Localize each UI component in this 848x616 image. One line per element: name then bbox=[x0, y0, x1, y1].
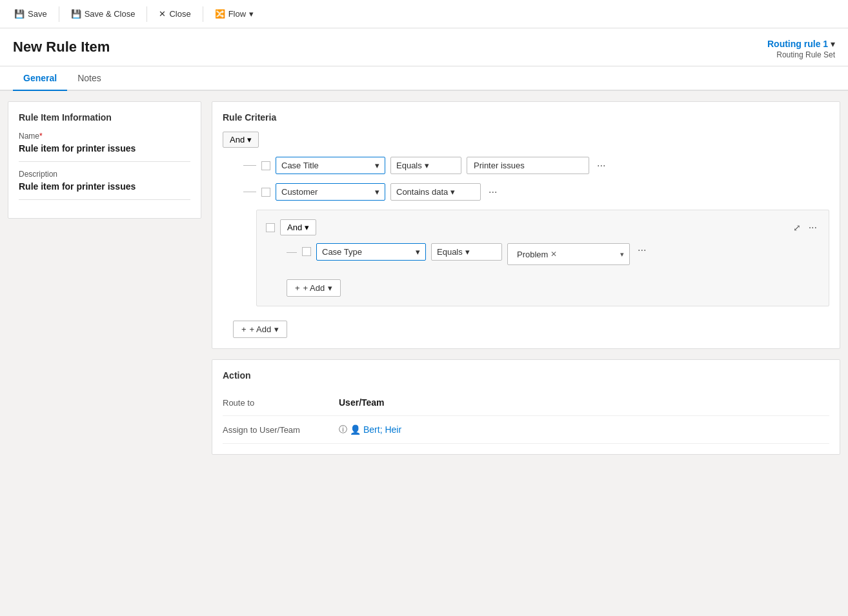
save-icon: 💾 bbox=[14, 9, 25, 19]
rule-info-card: Rule Item Information Name* Rule item fo… bbox=[8, 101, 201, 219]
save-close-button[interactable]: 💾 Save & Close bbox=[65, 6, 142, 22]
nested-group: And ▾ ⤢ ··· bbox=[256, 210, 829, 306]
outer-add-chevron-icon: ▾ bbox=[274, 324, 279, 334]
user-icon: 👤 bbox=[350, 424, 361, 435]
tag-chevron-icon[interactable]: ▾ bbox=[620, 250, 624, 259]
nested-and-label: And bbox=[287, 223, 302, 232]
route-to-row: Route to User/Team bbox=[223, 390, 829, 416]
case-type-value-input[interactable]: Problem ✕ ▾ bbox=[507, 243, 630, 265]
required-star: * bbox=[39, 132, 43, 141]
equals-operator-1[interactable]: Equals ▾ bbox=[390, 157, 461, 174]
page-title: New Rule Item bbox=[13, 39, 110, 55]
equals-operator-2[interactable]: Equals ▾ bbox=[431, 243, 502, 261]
nested-add-icon: + bbox=[295, 283, 300, 293]
nested-group-checkbox[interactable] bbox=[266, 223, 275, 232]
row1-more-button[interactable]: ··· bbox=[594, 159, 608, 173]
nested-group-more-button[interactable]: ··· bbox=[806, 221, 820, 235]
close-button[interactable]: ✕ Close bbox=[152, 6, 197, 22]
description-field-label: Description bbox=[19, 170, 190, 179]
description-divider bbox=[19, 199, 190, 200]
equals-chevron-icon-1: ▾ bbox=[425, 161, 429, 170]
left-panel: Rule Item Information Name* Rule item fo… bbox=[8, 101, 201, 468]
name-field-label: Name* bbox=[19, 132, 190, 141]
assign-to-row: Assign to User/Team ⓘ 👤 Bert; Heir bbox=[223, 416, 829, 444]
h-connector-1 bbox=[243, 165, 256, 166]
criteria-container: Case Title ▾ Equals ▾ ··· Customer bbox=[223, 157, 829, 338]
divider-2 bbox=[146, 6, 147, 22]
route-to-value: User/Team bbox=[339, 397, 385, 408]
printer-issues-input[interactable] bbox=[467, 157, 589, 174]
info-card-title: Rule Item Information bbox=[19, 112, 190, 123]
row2-more-button[interactable]: ··· bbox=[486, 185, 500, 199]
page-header: New Rule Item Routing rule 1 ▾ Routing R… bbox=[0, 28, 848, 66]
outer-add-icon: + bbox=[241, 324, 247, 334]
case-title-select[interactable]: Case Title ▾ bbox=[276, 157, 385, 174]
flow-button[interactable]: 🔀 Flow ▾ bbox=[208, 6, 260, 22]
and-label: And bbox=[230, 135, 245, 144]
case-type-checkbox[interactable] bbox=[302, 247, 311, 256]
collapse-icon[interactable]: ⤢ bbox=[793, 223, 801, 233]
nested-add-chevron-icon: ▾ bbox=[328, 283, 332, 293]
tab-general[interactable]: General bbox=[13, 66, 67, 91]
problem-tag: Problem ✕ bbox=[513, 248, 561, 261]
outer-add-container: + + Add ▾ bbox=[233, 315, 829, 338]
save-button[interactable]: 💾 Save bbox=[8, 6, 54, 22]
contains-data-operator[interactable]: Contains data ▾ bbox=[390, 183, 481, 201]
flow-chevron-icon: ▾ bbox=[249, 9, 254, 19]
and-chevron-icon: ▾ bbox=[247, 135, 252, 144]
close-label: Close bbox=[169, 9, 190, 19]
case-type-chevron-icon: ▾ bbox=[416, 247, 420, 257]
nested-add-container: + + Add ▾ bbox=[287, 274, 820, 297]
save-label: Save bbox=[28, 9, 47, 19]
nested-and-button[interactable]: And ▾ bbox=[280, 219, 316, 235]
customer-value: Customer bbox=[281, 187, 318, 197]
flow-label: Flow bbox=[228, 9, 246, 19]
outer-add-button[interactable]: + + Add ▾ bbox=[233, 321, 287, 338]
nested-group-header: And ▾ ⤢ ··· bbox=[266, 219, 820, 235]
nested-add-label: + Add bbox=[303, 283, 325, 293]
name-field-value: Rule item for printer issues bbox=[19, 143, 190, 154]
outer-add-label: + Add bbox=[250, 324, 272, 334]
nested-h-connector bbox=[287, 252, 297, 253]
save-close-label: Save & Close bbox=[85, 9, 136, 19]
routing-rule-link[interactable]: Routing rule 1 bbox=[767, 39, 828, 49]
problem-tag-close[interactable]: ✕ bbox=[550, 250, 557, 259]
rule-criteria-section: Rule Criteria And ▾ Case Title ▾ bbox=[212, 101, 840, 349]
criteria-row-2: Customer ▾ Contains data ▾ ··· bbox=[233, 183, 829, 201]
toolbar: 💾 Save 💾 Save & Close ✕ Close 🔀 Flow ▾ bbox=[0, 0, 848, 28]
case-type-select[interactable]: Case Type ▾ bbox=[316, 243, 426, 261]
criteria-row-1: Case Title ▾ Equals ▾ ··· bbox=[233, 157, 829, 174]
nested-add-button[interactable]: + + Add ▾ bbox=[287, 279, 341, 297]
route-to-label: Route to bbox=[223, 398, 339, 408]
row2-checkbox[interactable] bbox=[261, 188, 270, 197]
rule-criteria-title: Rule Criteria bbox=[223, 112, 829, 123]
and-button[interactable]: And ▾ bbox=[223, 132, 259, 148]
description-field-value: Rule item for printer issues bbox=[19, 181, 190, 192]
name-divider bbox=[19, 161, 190, 162]
main-content: Rule Item Information Name* Rule item fo… bbox=[0, 91, 848, 478]
action-section: Action Route to User/Team Assign to User… bbox=[212, 359, 840, 455]
case-type-more-button[interactable]: ··· bbox=[635, 243, 649, 257]
assign-value-link[interactable]: Bert; Heir bbox=[363, 424, 401, 435]
nested-criteria-row: Case Type ▾ Equals ▾ Problem bbox=[276, 243, 820, 265]
customer-chevron-icon: ▾ bbox=[375, 187, 379, 197]
equals-chevron-icon-2: ▾ bbox=[465, 247, 470, 257]
row1-checkbox[interactable] bbox=[261, 161, 270, 170]
case-type-value: Case Type bbox=[322, 247, 362, 257]
nested-and-chevron-icon: ▾ bbox=[305, 223, 309, 232]
routing-rule-sub: Routing Rule Set bbox=[767, 50, 835, 59]
divider-3 bbox=[203, 6, 203, 22]
contains-chevron-icon: ▾ bbox=[450, 187, 455, 197]
tab-notes[interactable]: Notes bbox=[67, 66, 112, 91]
routing-rule-section: Routing rule 1 ▾ Routing Rule Set bbox=[767, 39, 835, 59]
customer-select[interactable]: Customer ▾ bbox=[276, 183, 385, 201]
info-icon: ⓘ bbox=[339, 424, 347, 435]
assign-label: Assign to User/Team bbox=[223, 425, 339, 435]
case-title-value: Case Title bbox=[281, 161, 319, 170]
tabs: General Notes bbox=[0, 66, 848, 91]
h-connector-2 bbox=[243, 192, 256, 192]
case-title-chevron-icon: ▾ bbox=[375, 161, 379, 170]
routing-chevron-icon: ▾ bbox=[831, 39, 835, 49]
flow-icon: 🔀 bbox=[215, 9, 225, 19]
action-title: Action bbox=[223, 370, 829, 381]
